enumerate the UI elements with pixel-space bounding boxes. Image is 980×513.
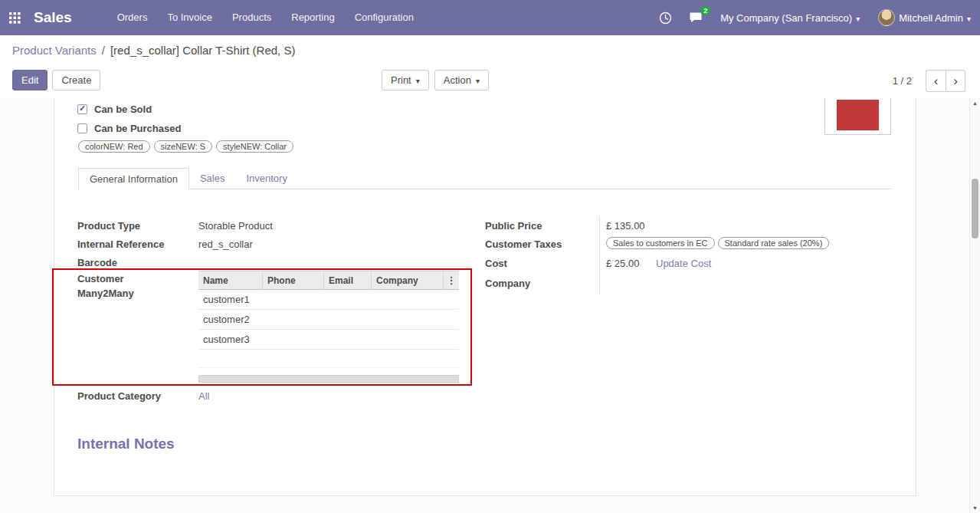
scroll-up-arrow-icon[interactable]: ▲: [970, 100, 980, 106]
apps-menu-button[interactable]: [0, 0, 29, 35]
action-label: Action: [444, 74, 471, 86]
update-cost-link[interactable]: Update Cost: [656, 258, 711, 269]
tab-sales[interactable]: Sales: [189, 168, 236, 189]
variant-tag-size: sizeNEW: S: [154, 140, 212, 153]
control-panel: Edit Create Print Action 1 / 2: [0, 64, 980, 98]
can-be-purchased-label: Can be Purchased: [94, 123, 181, 134]
messages-count-badge: 2: [700, 6, 710, 15]
customer-name: customer3: [203, 334, 250, 345]
can-be-sold-checkbox[interactable]: [77, 104, 87, 114]
public-price-label: Public Price: [485, 220, 542, 232]
cost-value: £ 25.00: [606, 258, 639, 269]
breadcrumb-separator: /: [102, 44, 105, 57]
menu-orders[interactable]: Orders: [107, 0, 158, 35]
notebook-tabs: General Information Sales Inventory: [78, 168, 298, 189]
company-label: Company: [485, 278, 530, 289]
pager: [926, 70, 965, 92]
table-row[interactable]: customer3: [198, 330, 459, 350]
public-price-value: £ 135.00: [606, 220, 645, 232]
product-image-frame: [824, 98, 891, 135]
breadcrumb-current: [red_s_collar] Collar T-Shirt (Red, S): [110, 44, 295, 57]
column-header-phone[interactable]: Phone: [262, 271, 323, 289]
variant-tag-style: styleNEW: Collar: [216, 140, 293, 153]
table-header: Name Phone Email Company: [198, 271, 459, 290]
chevron-down-icon: [416, 74, 420, 86]
top-navbar: Sales Orders To Invoice Products Reporti…: [0, 0, 980, 35]
can-be-purchased-checkbox[interactable]: [77, 123, 87, 133]
tax-tag-ec: Sales to customers in EC: [606, 237, 715, 249]
print-label: Print: [391, 74, 411, 86]
product-category-link[interactable]: All: [198, 390, 209, 402]
form-sheet: Can be Sold Can be Purchased colorNEW: R…: [54, 98, 916, 496]
table-row[interactable]: customer1: [198, 290, 459, 310]
can-be-sold-label: Can be Sold: [94, 104, 152, 115]
activities-button[interactable]: [651, 0, 680, 35]
group-divider: [599, 217, 600, 294]
create-button[interactable]: Create: [52, 70, 100, 90]
customer-many2many-label: Customer Many2Many: [77, 271, 151, 301]
breadcrumb-parent-link[interactable]: Product Variants: [12, 44, 97, 57]
app-name[interactable]: Sales: [29, 9, 80, 26]
tab-inventory[interactable]: Inventory: [235, 168, 297, 189]
chevron-down-icon: [476, 74, 480, 86]
chevron-right-icon: [953, 74, 958, 89]
product-category-label: Product Category: [77, 390, 161, 402]
menu-reporting[interactable]: Reporting: [281, 0, 344, 35]
user-menu[interactable]: Mitchell Admin: [869, 0, 980, 35]
pager-previous-button[interactable]: [926, 70, 946, 92]
menu-to-invoice[interactable]: To Invoice: [157, 0, 222, 35]
chevron-left-icon: [934, 74, 939, 89]
chevron-down-icon: [967, 12, 971, 24]
can-be-sold-field: Can be Sold: [77, 104, 152, 115]
menu-configuration[interactable]: Configuration: [345, 0, 424, 35]
content-area: Can be Sold Can be Purchased colorNEW: R…: [0, 98, 969, 513]
print-dropdown-button[interactable]: Print: [382, 70, 429, 90]
variant-tag-list: colorNEW: Red sizeNEW: S styleNEW: Colla…: [78, 140, 293, 153]
product-image: [837, 100, 879, 130]
table-row[interactable]: customer2: [198, 310, 459, 330]
customer-taxes-label: Customer Taxes: [485, 238, 562, 250]
tax-tag-standard: Standard rate sales (20%): [718, 237, 830, 249]
scroll-down-arrow-icon[interactable]: ▼: [970, 505, 980, 511]
menu-products[interactable]: Products: [222, 0, 281, 35]
chevron-down-icon: [856, 12, 860, 24]
scrollbar-thumb[interactable]: [972, 179, 978, 238]
main-menu: Orders To Invoice Products Reporting Con…: [107, 0, 424, 35]
control-panel-center: Print Action: [382, 70, 489, 90]
pager-next-button[interactable]: [946, 70, 965, 92]
messages-button[interactable]: 2: [680, 0, 711, 35]
column-header-email[interactable]: Email: [323, 271, 371, 289]
column-header-name[interactable]: Name: [198, 271, 262, 289]
user-name: Mitchell Admin: [899, 12, 963, 24]
action-dropdown-button[interactable]: Action: [434, 70, 489, 90]
pager-counter: 1 / 2: [893, 75, 912, 87]
customer-many2many-table: Name Phone Email Company customer1 custo…: [198, 271, 459, 383]
product-type-label: Product Type: [77, 220, 140, 232]
control-panel-left: Edit Create: [12, 70, 100, 90]
barcode-label: Barcode: [77, 257, 117, 268]
control-panel-right: 1 / 2: [893, 70, 965, 92]
apps-grid-icon: [9, 12, 21, 24]
company-switcher[interactable]: My Company (San Francisco): [711, 0, 869, 35]
tab-general-information[interactable]: General Information: [78, 168, 189, 189]
table-empty-row: [198, 350, 459, 368]
variant-tag-color: colorNEW: Red: [78, 140, 150, 153]
table-horizontal-scrollbar[interactable]: [198, 375, 459, 383]
customer-name: customer2: [203, 314, 250, 325]
systray: 2 My Company (San Francisco) Mitchell Ad…: [651, 0, 980, 35]
vertical-scrollbar[interactable]: ▲ ▼: [969, 98, 980, 513]
company-name: My Company (San Francisco): [720, 12, 852, 24]
optional-columns-button[interactable]: [443, 271, 459, 289]
customer-name: customer1: [203, 294, 250, 305]
can-be-purchased-field: Can be Purchased: [77, 123, 181, 134]
cost-label: Cost: [485, 258, 507, 269]
internal-reference-value: red_s_collar: [198, 238, 253, 250]
clock-icon: [659, 12, 672, 25]
column-header-company[interactable]: Company: [371, 271, 443, 289]
kebab-icon: [447, 275, 457, 286]
breadcrumb: Product Variants / [red_s_collar] Collar…: [0, 35, 980, 64]
edit-button[interactable]: Edit: [12, 70, 48, 90]
internal-notes-heading: Internal Notes: [77, 436, 175, 452]
avatar: [878, 9, 895, 26]
internal-reference-label: Internal Reference: [77, 238, 164, 250]
